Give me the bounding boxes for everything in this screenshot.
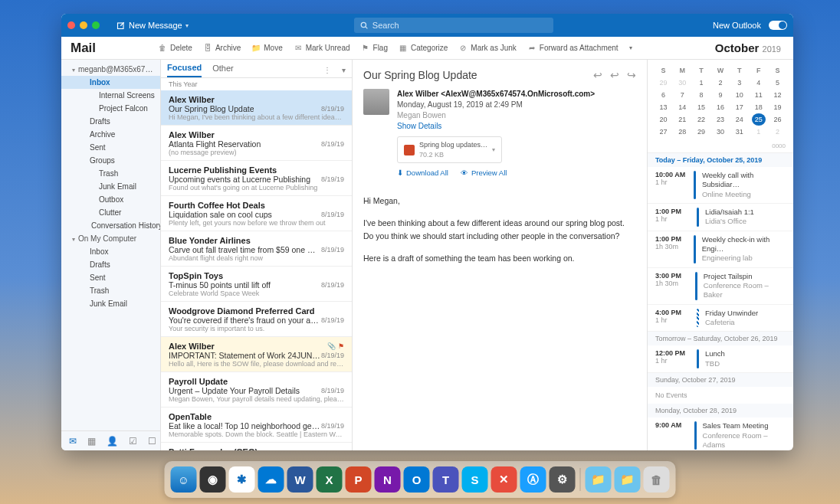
delete-button[interactable]: 🗑Delete [153, 41, 197, 55]
account-header-2[interactable]: On My Computer [61, 232, 160, 245]
new-outlook-toggle[interactable] [769, 21, 787, 30]
folder-trash[interactable]: Trash [61, 284, 160, 297]
folder-inbox[interactable]: Inbox [61, 245, 160, 258]
people-nav-icon[interactable]: 👤 [107, 436, 118, 447]
agenda-event[interactable]: 1:00 PM1 hrLidia/Isaiah 1:1Lidia's Offic… [648, 204, 793, 231]
dock-onedrive[interactable]: ☁ [258, 466, 284, 493]
toolbar-more-button[interactable]: ▾ [625, 42, 637, 54]
folder-project-falcon[interactable]: Project Falcon [61, 102, 160, 115]
message-item[interactable]: Blue Yonder AirlinesCarve out fall trave… [161, 231, 352, 267]
minimize-window-button[interactable] [80, 21, 87, 29]
dock-finder[interactable]: ☺ [171, 466, 197, 493]
calendar-day[interactable]: 21 [675, 113, 689, 126]
dock-onenote[interactable]: N [375, 466, 401, 493]
reply-all-icon[interactable]: ↩ [610, 69, 619, 81]
folder-junk-email[interactable]: Junk Email [61, 297, 160, 310]
calendar-day[interactable]: 18 [752, 101, 766, 113]
calendar-day[interactable]: 29 [656, 77, 670, 89]
folder-groups[interactable]: Groups [61, 154, 160, 167]
tasks-nav-icon[interactable]: ☑ [129, 436, 137, 447]
agenda-event[interactable]: 1:00 PM1h 30mWeekly check-in with Engi…E… [648, 231, 793, 268]
calendar-day[interactable]: 28 [675, 126, 689, 138]
sender-avatar[interactable] [363, 89, 389, 115]
folder-trash[interactable]: Trash [61, 167, 160, 180]
folder-drafts[interactable]: Drafts [61, 115, 160, 128]
dock-appstore[interactable]: Ⓐ [520, 466, 546, 493]
dock-word[interactable]: W [287, 466, 313, 493]
folder-sent[interactable]: Sent [61, 271, 160, 284]
calendar-day[interactable]: 17 [733, 101, 746, 113]
message-item[interactable]: Fourth Coffee Hot DealsLiquidation sale … [161, 196, 352, 231]
message-item[interactable]: Alex WilberAtlanta Flight Reservation8/1… [161, 126, 352, 161]
message-item[interactable]: Lucerne Publishing EventsUpcoming events… [161, 161, 352, 196]
folder-drafts[interactable]: Drafts [61, 258, 160, 271]
folder-conversation-history[interactable]: Conversation History [61, 219, 160, 232]
calendar-day[interactable]: 26 [770, 113, 784, 126]
calendar-day[interactable]: 1 [752, 126, 766, 138]
dock-safari[interactable]: ✱ [229, 466, 255, 493]
calendar-day[interactable]: 7 [675, 89, 689, 101]
download-all-link[interactable]: ⬇Download All [397, 168, 448, 178]
calendar-day[interactable]: 13 [656, 101, 670, 113]
agenda-event[interactable]: 4:00 PM1 hrFriday UnwinderCafeteria [648, 305, 793, 332]
show-details-link[interactable]: Show Details [397, 121, 595, 132]
calendar-day[interactable]: 16 [714, 101, 727, 113]
calendar-day[interactable]: 4 [752, 77, 766, 89]
notes-nav-icon[interactable]: ☐ [148, 436, 156, 447]
dock-settings[interactable]: ⚙ [550, 466, 576, 493]
folder-internal-screens[interactable]: Internal Screens [61, 89, 160, 102]
calendar-day[interactable]: 12 [770, 89, 784, 101]
agenda-event[interactable]: 3:00 PM1h 30mProject TailspinConference … [648, 268, 793, 305]
calendar-day[interactable]: 6 [656, 89, 670, 101]
calendar-day[interactable]: 30 [714, 126, 727, 138]
tab-other[interactable]: Other [212, 64, 234, 77]
calendar-day[interactable]: 8 [694, 89, 708, 101]
calendar-day[interactable]: 29 [694, 126, 708, 138]
flag-button[interactable]: ⚑Flag [356, 41, 392, 55]
preview-all-link[interactable]: 👁Preview All [461, 168, 507, 178]
calendar-day[interactable]: 15 [694, 101, 708, 113]
calendar-day[interactable]: 5 [770, 77, 784, 89]
agenda-event[interactable]: 9:00 AMSales Team MeetingConference Room… [648, 417, 793, 450]
message-item[interactable]: Woodgrove Diamond Preferred CardYou're c… [161, 302, 352, 337]
agenda-event[interactable]: 12:00 PM1 hrLunchTBD [648, 345, 793, 373]
move-button[interactable]: 📁Move [247, 41, 287, 55]
message-item[interactable]: OpenTableEat like a local! Top 10 neighb… [161, 407, 352, 443]
dock-excel[interactable]: X [317, 466, 343, 493]
reply-icon[interactable]: ↩ [593, 69, 602, 81]
filter-chevron-icon[interactable]: ▾ [342, 66, 346, 74]
new-message-button[interactable]: New Message ▾ [110, 18, 195, 32]
calendar-day[interactable]: 23 [714, 113, 727, 126]
calendar-day[interactable]: 9 [714, 89, 727, 101]
dock-teams[interactable]: T [433, 466, 459, 493]
calendar-day[interactable]: 31 [733, 126, 746, 138]
mark-junk-button[interactable]: ⊘Mark as Junk [454, 41, 520, 55]
calendar-day[interactable]: 1 [694, 77, 708, 89]
filter-icon[interactable]: ⋮ [323, 66, 331, 74]
calendar-day[interactable]: 2 [714, 77, 727, 89]
calendar-day[interactable]: 2 [770, 126, 784, 138]
calendar-day[interactable]: 14 [675, 101, 689, 113]
calendar-day[interactable]: 11 [752, 89, 766, 101]
folder-sent[interactable]: Sent [61, 141, 160, 154]
calendar-day[interactable]: 25 [752, 113, 766, 126]
forward-icon[interactable]: ↪ [627, 69, 636, 81]
calendar-month-year[interactable]: October 2019 [715, 41, 786, 54]
folder-inbox[interactable]: Inbox [61, 76, 160, 89]
calendar-day[interactable]: 20 [656, 113, 670, 126]
agenda-event[interactable]: 10:00 AM1 hrWeekly call with Subsidiar…O… [648, 167, 793, 204]
folder-archive[interactable]: Archive [61, 128, 160, 141]
dock-trash[interactable]: 🗑 [644, 466, 670, 493]
dock-skype[interactable]: S [462, 466, 488, 493]
dock-folder-1[interactable]: 📁 [586, 466, 612, 493]
message-item[interactable]: Patti Fernandez (CEO)Mark 8 Plans Needed… [161, 443, 352, 450]
calendar-day[interactable]: 22 [694, 113, 708, 126]
message-item[interactable]: Alex Wilber📎⚑IMPORTANT: Statement of Wor… [161, 337, 352, 372]
dock-outlook[interactable]: O [404, 466, 430, 493]
calendar-day[interactable]: 19 [770, 101, 784, 113]
close-window-button[interactable] [67, 21, 75, 29]
calendar-day[interactable]: 30 [675, 77, 689, 89]
folder-clutter[interactable]: Clutter [61, 206, 160, 219]
dock-siri[interactable]: ◉ [200, 466, 226, 493]
forward-attachment-button[interactable]: ➦Forward as Attachment [523, 41, 623, 55]
